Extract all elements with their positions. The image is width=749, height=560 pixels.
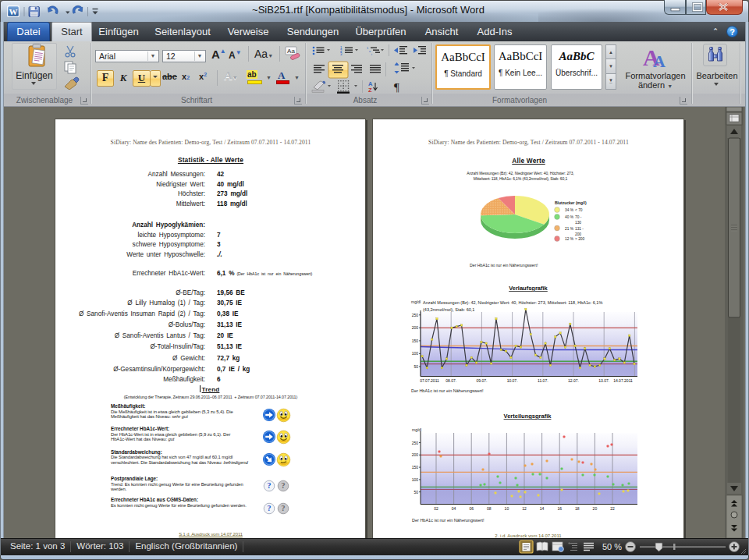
svg-text:12 %: 12 % <box>565 237 574 241</box>
svg-text:A: A <box>653 51 666 70</box>
svg-text:10.07.: 10.07. <box>507 378 518 383</box>
svg-text:131 -: 131 - <box>575 227 584 231</box>
svg-text:250: 250 <box>412 313 419 317</box>
svg-text:i: i <box>371 52 372 56</box>
svg-text:04: 04 <box>452 506 456 511</box>
svg-text:100: 100 <box>412 477 419 482</box>
svg-text:08: 08 <box>487 506 492 511</box>
svg-text:?: ? <box>268 481 272 490</box>
svg-text:12.07.: 12.07. <box>568 378 579 383</box>
svg-text:200: 200 <box>575 232 581 236</box>
svg-text:150: 150 <box>412 465 419 470</box>
svg-text:14: 14 <box>540 506 545 511</box>
svg-text:13.07.: 13.07. <box>598 378 609 383</box>
svg-text:06: 06 <box>469 506 474 511</box>
svg-text:Blutzucker (mg/l): Blutzucker (mg/l) <box>555 200 587 205</box>
svg-text:18: 18 <box>575 506 580 511</box>
svg-text:¶: ¶ <box>394 81 399 94</box>
svg-text:50 %: 50 % <box>602 542 622 551</box>
svg-text:Der HbA1c ist nur ein Näherung: Der HbA1c ist nur ein Näherungswert! <box>412 518 485 523</box>
svg-text:14.07.2011: 14.07.2011 <box>613 378 633 383</box>
svg-text:50: 50 <box>414 364 418 369</box>
svg-text:100: 100 <box>412 351 419 356</box>
svg-text:200: 200 <box>412 452 419 457</box>
svg-text:?: ? <box>268 504 272 512</box>
svg-text:Aa: Aa <box>287 48 295 55</box>
svg-text:(43,2mmol/mol), Stab: 60,1: (43,2mmol/mol), Stab: 60,1 <box>423 307 474 312</box>
svg-text:12: 12 <box>522 506 527 511</box>
svg-text:200: 200 <box>412 325 419 330</box>
svg-text:mg/dl: mg/dl <box>412 427 421 432</box>
svg-text:02: 02 <box>434 506 438 511</box>
svg-text:Der HbA1c ist nur ein Näherung: Der HbA1c ist nur ein Näherungswert! <box>411 388 484 393</box>
svg-text:21 %: 21 % <box>565 227 574 231</box>
svg-text:10: 10 <box>505 506 509 511</box>
svg-text:250: 250 <box>412 441 419 445</box>
svg-text:34 %: 34 % <box>565 208 574 212</box>
svg-text:< 70: < 70 <box>575 208 583 212</box>
svg-text:07.07.2011: 07.07.2011 <box>420 378 439 383</box>
svg-text:mg/dl: mg/dl <box>411 299 421 304</box>
svg-text:> 200: > 200 <box>575 237 584 241</box>
svg-text:20: 20 <box>593 506 598 511</box>
svg-text:130: 130 <box>575 221 581 225</box>
svg-text:09.07.: 09.07. <box>476 378 487 383</box>
svg-text:Verlaufsgrafik: Verlaufsgrafik <box>509 285 548 292</box>
svg-text:3: 3 <box>340 52 343 56</box>
svg-text:Verteilungsgrafik: Verteilungsgrafik <box>504 413 552 420</box>
svg-text:Anzahl Messungen (Bz): 42, Nie: Anzahl Messungen (Bz): 42, Niedrigster W… <box>423 300 602 305</box>
svg-text:?: ? <box>282 481 286 490</box>
svg-text:22: 22 <box>610 506 615 511</box>
svg-text:70 -: 70 - <box>575 215 582 219</box>
svg-text:08.07.: 08.07. <box>445 378 456 383</box>
svg-text:40 %: 40 % <box>565 215 574 219</box>
svg-text:50: 50 <box>414 490 418 494</box>
svg-text:Der HbA1c ist nur ein Näherung: Der HbA1c ist nur ein Näherungswert! <box>470 263 538 268</box>
svg-text:16: 16 <box>557 506 562 511</box>
svg-text:11.07.: 11.07. <box>538 378 548 383</box>
svg-text:150: 150 <box>412 338 419 343</box>
svg-text:Z: Z <box>368 87 372 94</box>
svg-text:?: ? <box>282 504 286 512</box>
